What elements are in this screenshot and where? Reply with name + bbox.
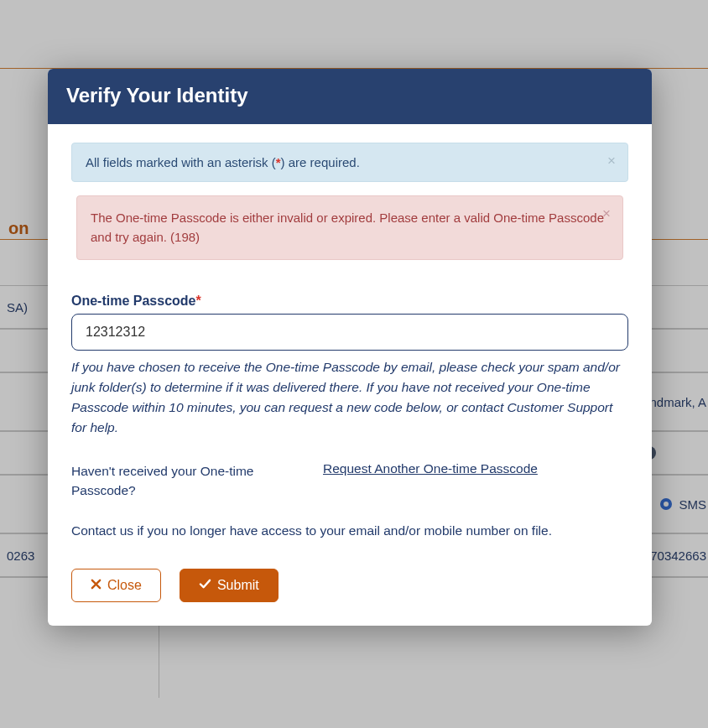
resend-question: Haven't received your One-time Passcode? bbox=[71, 461, 289, 501]
required-star-icon: * bbox=[196, 294, 201, 308]
close-button-label: Close bbox=[107, 579, 142, 592]
error-alert: The One-time Passcode is either invalid … bbox=[76, 195, 623, 260]
otp-label: One-time Passcode* bbox=[71, 294, 628, 309]
info-alert-text-suffix: ) are required. bbox=[281, 155, 360, 169]
close-icon[interactable]: × bbox=[599, 205, 614, 222]
close-icon bbox=[91, 579, 102, 592]
verify-identity-modal: Verify Your Identity All fields marked w… bbox=[48, 69, 652, 626]
submit-button-label: Submit bbox=[217, 579, 259, 592]
info-alert-text-prefix: All fields marked with an asterisk ( bbox=[86, 155, 276, 169]
error-alert-text: The One-time Passcode is either invalid … bbox=[91, 211, 604, 244]
otp-help-text: If you have chosen to receive the One-ti… bbox=[71, 357, 628, 438]
close-button[interactable]: Close bbox=[71, 569, 161, 602]
close-icon[interactable]: × bbox=[604, 152, 619, 169]
contact-support-text: Contact us if you no longer have access … bbox=[71, 523, 628, 538]
request-another-passcode-link[interactable]: Request Another One-time Passcode bbox=[323, 461, 538, 501]
required-fields-info-alert: All fields marked with an asterisk (*) a… bbox=[71, 143, 628, 182]
otp-label-text: One-time Passcode bbox=[71, 294, 196, 308]
otp-input[interactable] bbox=[71, 314, 628, 351]
submit-button[interactable]: Submit bbox=[180, 569, 279, 602]
modal-title: Verify Your Identity bbox=[48, 69, 652, 124]
check-icon bbox=[199, 579, 211, 592]
